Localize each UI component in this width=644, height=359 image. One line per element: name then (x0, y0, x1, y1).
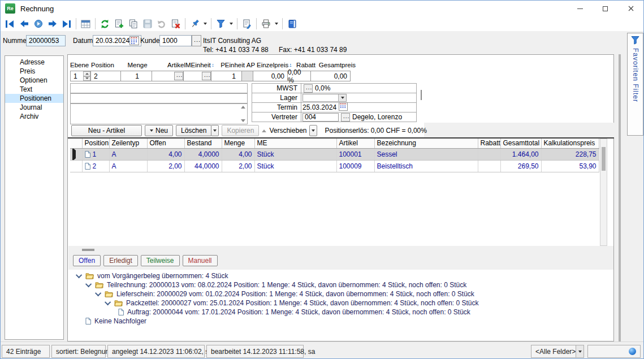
loeschen-dropdown[interactable] (211, 125, 219, 136)
minimize-button[interactable] (567, 1, 593, 16)
meinheit-field[interactable] (183, 71, 211, 81)
splitter-handle[interactable] (82, 249, 94, 251)
termin-value[interactable]: 25.03.2024 (302, 103, 336, 111)
new-record-icon[interactable] (112, 17, 126, 31)
chevron-expanded-icon[interactable] (76, 272, 82, 278)
text-line-1[interactable] (70, 83, 248, 93)
tab-erledigt[interactable]: Erledigt (103, 255, 138, 266)
field-filter-dropdown[interactable]: <Alle Felder> (531, 345, 584, 358)
artikel-lookup-button[interactable] (174, 72, 183, 80)
chevron-expanded-icon[interactable] (105, 299, 111, 305)
col-position[interactable]: Position (82, 139, 109, 148)
chevron-expanded-icon[interactable] (85, 281, 92, 287)
tab-teilweise[interactable]: Teilweise (141, 255, 180, 266)
mwst-lookup-button[interactable] (304, 84, 313, 93)
verschieben-dropdown[interactable] (309, 125, 317, 136)
copy-icon[interactable] (126, 17, 140, 31)
goto-record-icon[interactable] (31, 17, 45, 31)
filter-icon[interactable] (214, 17, 228, 31)
tree-item[interactable]: Packzettel: 20000027 vom: 25.01.2024 Pos… (68, 299, 613, 308)
print-dropdown[interactable] (273, 18, 280, 30)
artikel-field[interactable] (152, 71, 184, 81)
col-bestand[interactable]: Bestand (184, 139, 222, 148)
calendar-icon[interactable] (129, 36, 139, 45)
tab-manuell[interactable]: Manuell (183, 255, 218, 266)
position-text-area[interactable] (70, 103, 248, 124)
chevron-down-icon[interactable] (576, 345, 584, 357)
close-button[interactable] (618, 1, 643, 16)
datum-field[interactable]: 20.03.2024 (93, 35, 141, 46)
col-menge[interactable]: Menge (222, 139, 254, 148)
previous-record-icon[interactable] (17, 17, 31, 31)
sidebar-item-positionen[interactable]: Positionen (5, 94, 63, 103)
col-offen[interactable]: Offen (147, 139, 184, 148)
loeschen-button[interactable]: Löschen (176, 125, 211, 136)
sidebar-item-text[interactable]: Text (5, 85, 63, 94)
next-record-icon[interactable] (45, 17, 59, 31)
col-kalkulationspreis[interactable]: Kalkulationspreis (541, 139, 599, 148)
col-gesamttotal[interactable]: Gesamttotal (500, 139, 541, 148)
tab-offen[interactable]: Offen (73, 255, 101, 266)
peinheit-field[interactable]: 1 (211, 71, 242, 81)
sidebar-item-optionen[interactable]: Optionen (5, 76, 63, 85)
pin-dropdown[interactable] (202, 18, 209, 30)
tree-item[interactable]: Auftrag: 20000044 vom: 17.01.2024 Positi… (68, 308, 613, 317)
ebene-spinner[interactable] (83, 71, 90, 81)
panel-splitter[interactable] (619, 54, 621, 341)
grid-view-icon[interactable] (79, 17, 93, 31)
neu-dropdown-button[interactable]: Neu (145, 125, 173, 136)
calendar-icon[interactable] (339, 102, 348, 113)
kunde-lookup-button[interactable] (192, 35, 201, 46)
scroll-up-icon[interactable] (241, 106, 245, 109)
favoriten-filter-tab[interactable]: Favoriten Filter (627, 33, 643, 136)
table-scrollbar[interactable] (600, 139, 607, 246)
maximize-button[interactable] (593, 1, 618, 16)
gesamtpreis-field[interactable]: 0,00 (310, 71, 351, 81)
undo-icon[interactable] (154, 17, 168, 31)
quick-search-box[interactable] (587, 345, 641, 358)
col-artikel[interactable]: Artikel (336, 139, 374, 148)
rabatt-field[interactable]: 0,00 % (287, 71, 311, 81)
einzelpreis-field[interactable]: 0,00 (253, 71, 288, 81)
delete-record-icon[interactable] (168, 17, 183, 31)
sidebar-item-preis[interactable]: Preis (5, 67, 63, 76)
neu-artikel-button[interactable]: Neu - Artikel (71, 125, 142, 136)
col-bezeichnung[interactable]: Bezeichnung (374, 139, 478, 148)
filter-dropdown[interactable] (228, 18, 235, 30)
sidebar-item-journal[interactable]: Journal (5, 103, 63, 112)
refresh-icon[interactable] (98, 17, 112, 31)
tree-item[interactable]: Keine Nachfolger (68, 317, 613, 326)
scroll-down-icon[interactable] (241, 119, 245, 122)
verschieben-button[interactable]: Verschieben (268, 125, 308, 136)
nummer-field[interactable]: 20000053 (26, 35, 66, 46)
edit-document-icon[interactable] (240, 17, 254, 31)
chevron-expanded-icon[interactable] (95, 290, 101, 296)
tree-item[interactable]: vom Vorgängerbeleg übernommen: 4 Stück (68, 271, 613, 280)
kopieren-button[interactable]: Kopieren (222, 125, 259, 136)
row-selector[interactable] (70, 148, 82, 160)
sidebar-item-adresse[interactable]: Adresse (5, 58, 63, 67)
row-selector[interactable] (70, 160, 82, 172)
vertreter-lookup-button[interactable] (341, 113, 350, 122)
position-field[interactable]: 2 (90, 71, 121, 81)
text-line-2[interactable] (70, 93, 248, 103)
textarea-scrollbar[interactable] (239, 104, 247, 124)
pin-icon[interactable] (188, 17, 202, 31)
tree-item[interactable]: Teilrechnung: 20000013 vom: 08.02.2024 P… (68, 280, 613, 289)
meinheit-lookup-button[interactable] (202, 72, 211, 80)
sidebar-item-archiv[interactable]: Archiv (5, 112, 63, 121)
col-zeilentyp[interactable]: Zeilentyp (109, 139, 147, 148)
journal-icon[interactable] (285, 17, 299, 31)
print-icon[interactable] (259, 17, 273, 31)
save-icon[interactable] (140, 17, 154, 31)
table-row[interactable]: 2 A 2,00 44,0000 2,00 Stück 100009 Beist… (70, 160, 599, 172)
col-me[interactable]: ME (254, 139, 336, 148)
tree-item[interactable]: Lieferschein: 20000029 vom: 01.02.2024 P… (68, 289, 613, 299)
table-row[interactable]: 1 A 4,00 4,0000 4,00 Stück 100001 Sessel… (70, 148, 599, 160)
vertreter-field[interactable]: 004 (302, 113, 339, 122)
kunde-field[interactable]: 1000 (159, 35, 192, 46)
scrollbar-thumb[interactable] (602, 147, 606, 171)
ebene-field[interactable]: 1 (70, 71, 91, 81)
move-up-icon[interactable] (262, 129, 266, 132)
last-record-icon[interactable] (59, 17, 74, 31)
